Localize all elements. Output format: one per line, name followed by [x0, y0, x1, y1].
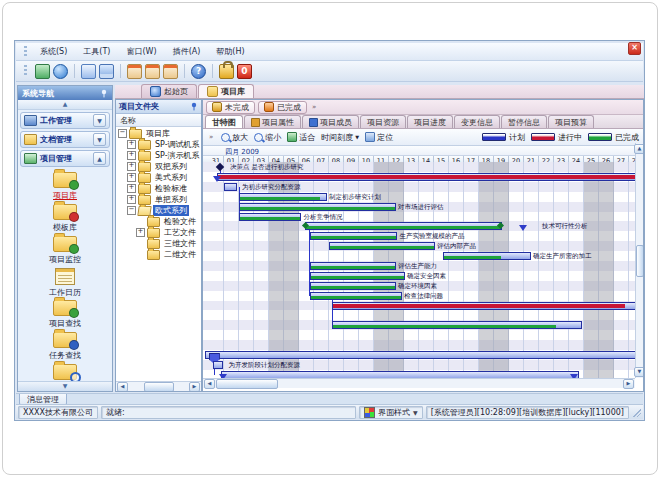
pin-icon[interactable]	[190, 102, 198, 111]
menu-item-工具(T)[interactable]: 工具(T)	[75, 44, 118, 59]
gantt-bar[interactable]	[443, 252, 531, 260]
gantt-bar[interactable]	[217, 173, 637, 181]
nav-group-toggle[interactable]: ▲	[93, 152, 106, 165]
toolbar-overflow-chevron[interactable]: »	[207, 133, 215, 141]
gantt-tool-定位[interactable]: 定位	[365, 132, 393, 143]
filter-button-已完成[interactable]: 已完成	[258, 101, 307, 114]
gantt-bar[interactable]	[310, 232, 398, 240]
menu-item-窗口(W)[interactable]: 窗口(W)	[118, 44, 164, 59]
gantt-bar[interactable]	[213, 361, 223, 369]
nav-item-项目库[interactable]: 项目库	[20, 172, 110, 204]
gantt-bar[interactable]	[329, 242, 435, 250]
filter-button-未完成[interactable]: 未完成	[206, 101, 255, 114]
tree-expander[interactable]: +	[127, 140, 136, 149]
doc-tab-起始页[interactable]: 起始页	[141, 84, 197, 98]
nav-item-项目监控[interactable]: 项目监控	[20, 236, 110, 268]
gantt-bar[interactable]	[332, 302, 639, 310]
tree-row-检验文件[interactable]: 检验文件	[116, 216, 201, 227]
open-folder-icon[interactable]	[81, 64, 96, 79]
tree-expander[interactable]: +	[136, 228, 145, 237]
nav-scroll-up[interactable]: ▲	[18, 100, 112, 110]
tree-row-美式系列[interactable]: +美式系列	[116, 172, 201, 183]
gantt-tool-适合[interactable]: 适合	[287, 132, 315, 143]
close-tab-button[interactable]: ×	[628, 42, 641, 55]
scroll-thumb[interactable]	[636, 245, 644, 277]
tree-row-SP-演示机系[interactable]: +SP-演示机系	[116, 150, 201, 161]
help-icon[interactable]: ?	[191, 64, 206, 79]
gantt-bar[interactable]	[310, 272, 405, 280]
tree-row-工艺文件[interactable]: +工艺文件	[116, 227, 201, 238]
nav-group-项目管理[interactable]: 项目管理▲	[20, 150, 110, 167]
view-tab-项目预算[interactable]: 项目预算	[548, 115, 594, 128]
nav-group-文档管理[interactable]: 文档管理▼	[20, 131, 110, 148]
gantt-tool-放大[interactable]: 放大	[221, 132, 248, 143]
nav-group-toggle[interactable]: ▼	[93, 133, 106, 146]
tree-row-二维文件[interactable]: 二维文件	[116, 249, 201, 260]
scroll-left-arrow[interactable]: ◀	[117, 382, 128, 392]
filter-more-chevron[interactable]: »	[310, 103, 318, 111]
gantt-vertical-scrollbar[interactable]: ▲ ▼	[635, 143, 643, 378]
gantt-bar[interactable]	[239, 193, 327, 201]
tree-row-三维文件[interactable]: 三维文件	[116, 238, 201, 249]
milestone-marker[interactable]	[213, 176, 221, 182]
gantt-bar[interactable]	[332, 321, 582, 329]
scroll-down-arrow[interactable]: ▼	[634, 367, 644, 377]
exit-icon[interactable]: 0	[237, 64, 252, 79]
scroll-thumb[interactable]	[216, 379, 278, 389]
menu-item-系统(S)[interactable]: 系统(S)	[32, 44, 75, 59]
tree-expander[interactable]: −	[127, 206, 136, 215]
tree-row-SP-调试机系[interactable]: +SP-调试机系	[116, 139, 201, 150]
scroll-right-arrow[interactable]: ▶	[189, 382, 200, 392]
nav-item-任务查找[interactable]: 任务查找	[20, 332, 110, 364]
gantt-bar[interactable]	[305, 222, 502, 230]
tree-row-双把系列[interactable]: +双把系列	[116, 161, 201, 172]
view-tab-变更信息[interactable]: 变更信息	[454, 115, 500, 128]
gantt-tool-时间刻度[interactable]: 时间刻度 ▼	[321, 132, 359, 143]
tree-expander[interactable]: +	[127, 184, 136, 193]
pin-icon[interactable]	[100, 89, 108, 98]
view-toggle-icon[interactable]	[35, 64, 50, 79]
milestone-marker[interactable]	[519, 225, 527, 231]
tree-expander[interactable]: +	[127, 151, 136, 160]
tree-row-单把系列[interactable]: +单把系列	[116, 194, 201, 205]
scroll-up-arrow[interactable]: ▲	[634, 144, 644, 154]
tree-row-检验标准[interactable]: +检验标准	[116, 183, 201, 194]
receive-mail-icon[interactable]	[145, 64, 160, 79]
view-tab-项目资源[interactable]: 项目资源	[360, 115, 406, 128]
view-tab-项目进度[interactable]: 项目进度	[407, 115, 453, 128]
nav-scroll-down[interactable]: ▼	[18, 381, 112, 391]
menu-item-插件(A)[interactable]: 插件(A)	[165, 44, 209, 59]
tree-column-header[interactable]: 名称	[116, 114, 201, 127]
gantt-tool-缩小[interactable]: 缩小	[254, 132, 281, 143]
menu-item-帮助(H)[interactable]: 帮助(H)	[208, 44, 252, 59]
tree-expander[interactable]: +	[127, 173, 136, 182]
nav-group-工作管理[interactable]: 工作管理▼	[20, 112, 110, 129]
nav-item-工作日历[interactable]: 工作日历	[20, 268, 110, 300]
view-tab-暂停信息[interactable]: 暂停信息	[501, 115, 547, 128]
gantt-bar[interactable]	[239, 213, 301, 221]
nav-item-模板库[interactable]: 模板库	[20, 204, 110, 236]
tree-expander[interactable]: −	[118, 129, 127, 138]
ui-style-button[interactable]: 界面样式 ▼	[359, 406, 423, 419]
nav-group-toggle[interactable]: ▼	[93, 114, 106, 127]
resize-grip[interactable]	[632, 408, 641, 417]
tree-row-项目库[interactable]: −项目库	[116, 128, 201, 139]
gantt-bar[interactable]	[310, 292, 402, 300]
window-grid-icon[interactable]	[99, 64, 114, 79]
lock-icon[interactable]	[219, 64, 234, 79]
scroll-right-arrow[interactable]: ▶	[623, 379, 634, 389]
tree-horizontal-scrollbar[interactable]: ◀ ▶	[116, 381, 201, 391]
gantt-bar[interactable]	[310, 262, 396, 270]
view-tab-项目成员[interactable]: 项目成员	[302, 115, 359, 128]
gantt-horizontal-scrollbar[interactable]: ◀ ▶	[203, 378, 635, 388]
scroll-thumb[interactable]	[144, 382, 174, 392]
gantt-bar[interactable]	[205, 351, 644, 359]
gantt-bar[interactable]	[224, 183, 237, 191]
doc-tab-项目库[interactable]: 项目库	[198, 84, 254, 98]
sync-mail-icon[interactable]	[163, 64, 178, 79]
gantt-bar[interactable]	[310, 282, 396, 290]
internet-icon[interactable]	[53, 64, 68, 79]
nav-item-项目查找[interactable]: 项目查找	[20, 300, 110, 332]
tree-row-欧式系列[interactable]: −欧式系列	[116, 205, 201, 216]
view-tab-甘特图[interactable]: 甘特图	[205, 115, 243, 128]
